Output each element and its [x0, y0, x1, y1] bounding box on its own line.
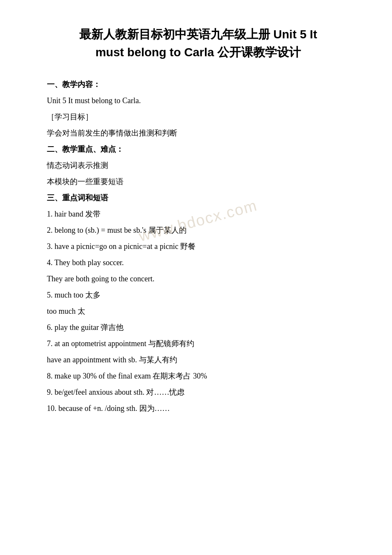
section-line: 9. be/get/feel anxious about sth. 对……忧虑: [47, 384, 349, 400]
page-title: 最新人教新目标初中英语九年级上册 Unit 5 It must belong t…: [47, 26, 349, 61]
section-line: 1. hair band 发带: [47, 206, 349, 222]
section-line: 三、重点词和短语: [47, 190, 349, 205]
section-line: 学会对当前发生的事情做出推测和判断: [47, 125, 349, 141]
section-line: Unit 5 It must belong to Carla.: [47, 93, 349, 108]
title-line1: 最新人教新目标初中英语九年级上册 Unit 5 It: [47, 26, 349, 43]
section-line: They are both going to the concert.: [47, 271, 349, 286]
section-line: have an appointment with sb. 与某人有约: [47, 352, 349, 367]
section-line: 4. They both play soccer.: [47, 255, 349, 270]
section-line: 情态动词表示推测: [47, 158, 349, 173]
section-line: 一、教学内容：: [47, 77, 349, 92]
section-line: 6. play the guitar 弹吉他: [47, 320, 349, 335]
content-body: 一、教学内容：Unit 5 It must belong to Carla.［学…: [47, 77, 349, 416]
section-line: 2. belong to (sb.) = must be sb.'s 属于某人的: [47, 223, 349, 238]
section-line: 本模块的一些重要短语: [47, 174, 349, 189]
section-line: 8. make up 30% of the final exam 在期末考占 3…: [47, 368, 349, 384]
section-line: 7. at an optometrist appointment 与配镜师有约: [47, 336, 349, 351]
title-line2: must belong to Carla 公开课教学设计: [47, 43, 349, 61]
section-line: 10. because of +n. /doing sth. 因为……: [47, 401, 349, 416]
section-line: 二、教学重点、难点：: [47, 142, 349, 157]
main-content: www.bdocx.com 最新人教新目标初中英语九年级上册 Unit 5 It…: [47, 26, 349, 416]
section-line: too much 太: [47, 304, 349, 319]
section-line: 3. have a picnic=go on a picnic=at a pic…: [47, 239, 349, 254]
section-line: 5. much too 太多: [47, 287, 349, 303]
section-line: ［学习目标］: [47, 109, 349, 124]
